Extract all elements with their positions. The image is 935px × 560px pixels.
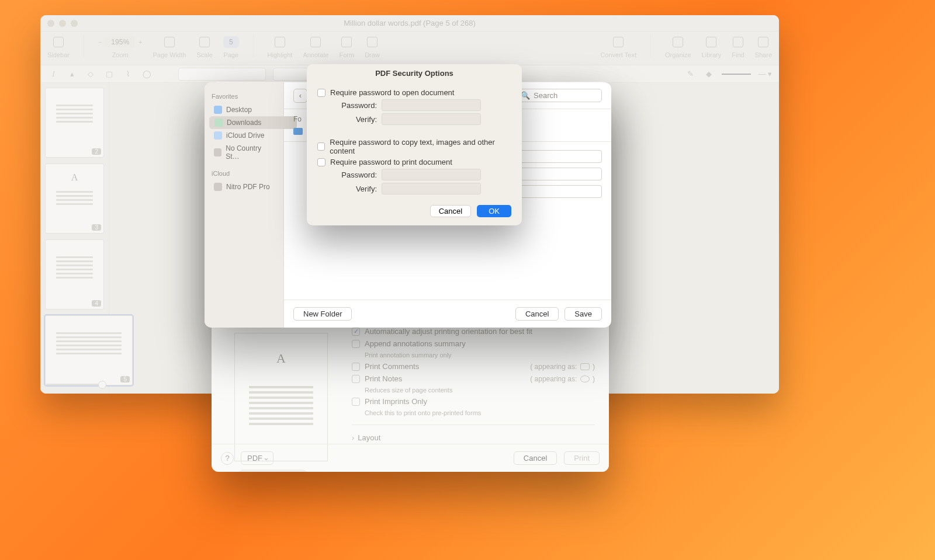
save-sidebar: Favorites Desktop Downloads iCloud Drive… [205, 82, 284, 328]
open-verify-label: Verify: [330, 115, 377, 124]
icloud-header: iCloud [212, 170, 276, 177]
perm-password-field[interactable] [382, 169, 481, 180]
sidebar-item-desktop[interactable]: Desktop [209, 103, 279, 116]
checkbox-icon [317, 142, 325, 151]
open-password-label: Password: [330, 101, 377, 110]
checkbox-icon [317, 158, 325, 166]
open-password-field[interactable] [382, 99, 481, 111]
perm-password-label: Password: [330, 171, 377, 179]
security-cancel-button[interactable]: Cancel [430, 205, 471, 217]
save-footer: New Folder Cancel Save [284, 300, 611, 328]
folder-icon [214, 183, 222, 191]
save-button[interactable]: Save [565, 307, 602, 321]
nav-back-button[interactable]: ‹ [293, 89, 307, 103]
security-ok-button[interactable]: OK [477, 205, 511, 217]
perm-verify-field[interactable] [382, 183, 481, 194]
search-icon: 🔍 [521, 91, 530, 100]
save-cancel-button[interactable]: Cancel [515, 307, 559, 321]
perm-verify-label: Verify: [330, 185, 377, 193]
ck-require-open-password[interactable]: Require password to open document [317, 88, 511, 97]
sidebar-item-icloud-drive[interactable]: iCloud Drive [209, 129, 279, 142]
security-title: PDF Security Options [307, 64, 522, 86]
downloads-icon [214, 119, 223, 127]
sidebar-item-nocountry[interactable]: No Country St… [209, 142, 279, 163]
ck-require-copy-password[interactable]: Require password to copy text, images an… [317, 138, 511, 155]
open-verify-field[interactable] [382, 113, 481, 125]
folder-icon [293, 128, 303, 135]
security-modal: PDF Security Options Require password to… [307, 64, 522, 225]
desktop-icon [214, 106, 222, 114]
folder-icon [214, 148, 221, 156]
favorites-header: Favorites [212, 93, 276, 100]
ck-require-print-password[interactable]: Require password to print document [317, 158, 511, 166]
search-field[interactable]: 🔍 Search [514, 89, 602, 102]
cloud-icon [214, 131, 222, 140]
checkbox-icon [317, 89, 325, 97]
new-folder-button[interactable]: New Folder [293, 307, 352, 321]
sidebar-item-nitro[interactable]: Nitro PDF Pro [209, 180, 279, 193]
